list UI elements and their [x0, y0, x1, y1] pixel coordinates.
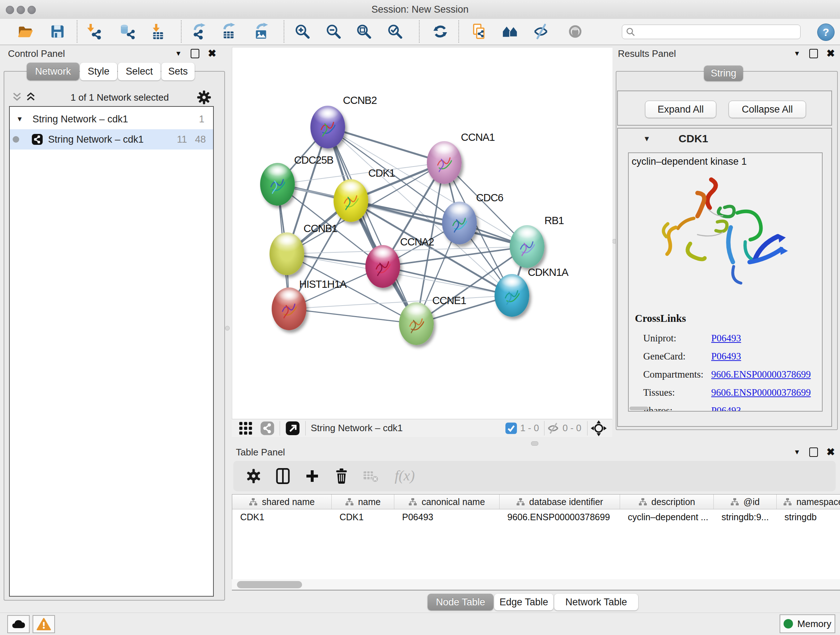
zoom-out-button[interactable]: [323, 21, 344, 42]
column-header-namespace[interactable]: namespace: [777, 494, 840, 509]
table-row[interactable]: CDK1CDK1P064939606.ENSP00000378699cyclin…: [232, 509, 840, 525]
table-cell[interactable]: 9606.ENSP00000378699: [500, 509, 620, 525]
column-header-description[interactable]: description: [620, 494, 714, 509]
tree-expand-icon[interactable]: ▼: [16, 115, 23, 123]
network-row[interactable]: String Network – cdk1 11 48: [10, 129, 213, 149]
network-edge[interactable]: [328, 127, 444, 163]
results-hscrollbar[interactable]: [630, 407, 648, 410]
horizontal-splitter-handle[interactable]: [531, 441, 538, 446]
gear-icon[interactable]: [196, 90, 212, 105]
tab-string[interactable]: String: [704, 65, 743, 81]
node-ccnb1[interactable]: [270, 233, 304, 275]
tab-node-table[interactable]: Node Table: [428, 594, 493, 610]
cloud-status-button[interactable]: [7, 615, 30, 633]
network-edge[interactable]: [328, 127, 416, 324]
table-cell[interactable]: P06493: [394, 509, 500, 525]
collapse-all-button[interactable]: Collapse All: [729, 101, 806, 118]
node-ccne1[interactable]: [399, 302, 434, 345]
open-session-button[interactable]: [15, 21, 36, 42]
crosslink-link[interactable]: P06493: [711, 333, 741, 344]
import-network-file-button[interactable]: [83, 21, 104, 42]
column-header-shared-name[interactable]: shared name: [232, 494, 332, 509]
tab-sets[interactable]: Sets: [161, 63, 195, 80]
table-cell[interactable]: stringdb: [777, 509, 840, 525]
node-cdkn1a[interactable]: [494, 274, 529, 317]
delete-column-icon[interactable]: [334, 468, 349, 485]
table-hscrollbar-thumb[interactable]: [237, 581, 302, 588]
tab-style[interactable]: Style: [80, 63, 117, 80]
hide-selected-button[interactable]: [531, 21, 551, 42]
expand-all-icon[interactable]: [26, 91, 36, 103]
close-panel-icon[interactable]: ✖: [827, 49, 835, 59]
node-hist1h1a[interactable]: [272, 287, 306, 330]
node-ccna2[interactable]: [365, 245, 400, 288]
column-network-icon: [249, 498, 257, 507]
float-panel-icon[interactable]: [809, 49, 818, 58]
crosslink-link[interactable]: P06493: [711, 351, 741, 362]
node-rb1[interactable]: [510, 225, 545, 268]
add-column-icon[interactable]: [304, 468, 320, 484]
memory-button[interactable]: Memory: [780, 614, 835, 633]
search-field[interactable]: [622, 25, 801, 39]
crosslink-link[interactable]: 9606.ENSP00000378699: [711, 369, 811, 380]
network-edge[interactable]: [289, 309, 416, 324]
tab-select[interactable]: Select: [118, 63, 161, 80]
show-columns-icon[interactable]: [275, 468, 291, 485]
help-button[interactable]: ?: [817, 24, 835, 41]
table-cell[interactable]: cyclin–dependent ...: [620, 509, 714, 525]
export-table-button[interactable]: [218, 21, 240, 42]
column-header-database-identifier[interactable]: database identifier: [500, 494, 620, 509]
network-edge[interactable]: [383, 247, 527, 266]
float-panel-icon[interactable]: [809, 448, 818, 457]
close-panel-icon[interactable]: ✖: [827, 447, 835, 457]
node-cdc25b[interactable]: [260, 163, 295, 206]
left-splitter-handle[interactable]: [225, 326, 230, 331]
save-session-button[interactable]: [47, 21, 68, 42]
table-cell[interactable]: CDK1: [232, 509, 332, 525]
close-panel-icon[interactable]: ✖: [208, 49, 216, 59]
show-all-button[interactable]: [565, 21, 586, 42]
float-panel-icon[interactable]: [191, 49, 199, 58]
entry-collapse-icon[interactable]: ▼: [643, 135, 651, 143]
collapse-panel-icon[interactable]: ▼: [794, 448, 801, 456]
expand-all-button[interactable]: Expand All: [645, 101, 716, 118]
node-ccna1[interactable]: [427, 141, 462, 184]
search-input[interactable]: [635, 27, 800, 37]
zoom-fit-button[interactable]: [354, 21, 374, 42]
collapse-panel-icon[interactable]: ▼: [175, 50, 182, 57]
crosslink-link[interactable]: P06493: [711, 405, 741, 412]
column-header--id[interactable]: @id: [714, 494, 777, 509]
tab-network[interactable]: Network: [27, 63, 79, 80]
export-network-button[interactable]: [189, 21, 210, 42]
crosslink-link[interactable]: 9606.ENSP00000378699: [711, 387, 811, 398]
column-header-canonical-name[interactable]: canonical name: [394, 494, 500, 509]
table-settings-gear-icon[interactable]: [246, 468, 262, 484]
refresh-layout-button[interactable]: [430, 21, 451, 42]
tab-network-table[interactable]: Network Table: [554, 594, 638, 610]
node-ccnb2[interactable]: [310, 106, 345, 149]
collapse-panel-icon[interactable]: ▼: [794, 50, 801, 57]
collapse-all-icon[interactable]: [12, 91, 22, 103]
selected-checkbox-icon[interactable]: [505, 422, 517, 434]
import-network-database-button[interactable]: [117, 21, 137, 42]
tab-edge-table[interactable]: Edge Table: [494, 594, 554, 610]
node-cdc6[interactable]: [442, 202, 477, 244]
network-view-icon[interactable]: [260, 421, 275, 435]
grid-view-icon[interactable]: [238, 420, 254, 436]
detach-view-icon[interactable]: [285, 421, 300, 436]
import-table-button[interactable]: [148, 21, 169, 42]
export-image-button[interactable]: [251, 21, 272, 42]
zoom-selected-button[interactable]: [385, 21, 406, 42]
table-hscrollbar[interactable]: [232, 579, 840, 590]
new-network-from-selection-button[interactable]: [469, 21, 489, 42]
table-cell[interactable]: stringdb:9...: [714, 509, 777, 525]
network-collection-row[interactable]: ▼ String Network – cdk1 1: [10, 109, 213, 129]
table-cell[interactable]: CDK1: [332, 509, 394, 525]
network-canvas[interactable]: CCNB2CCNA1CDC25BCDK1CDC6RB1CCNB1CCNA2CDK…: [232, 47, 613, 419]
first-neighbors-button[interactable]: [500, 21, 521, 42]
column-header-name[interactable]: name: [332, 494, 394, 509]
zoom-in-button[interactable]: [292, 21, 313, 42]
warning-status-button[interactable]: [33, 615, 55, 633]
birdseye-icon[interactable]: [591, 420, 607, 437]
node-cdk1[interactable]: [333, 179, 368, 222]
